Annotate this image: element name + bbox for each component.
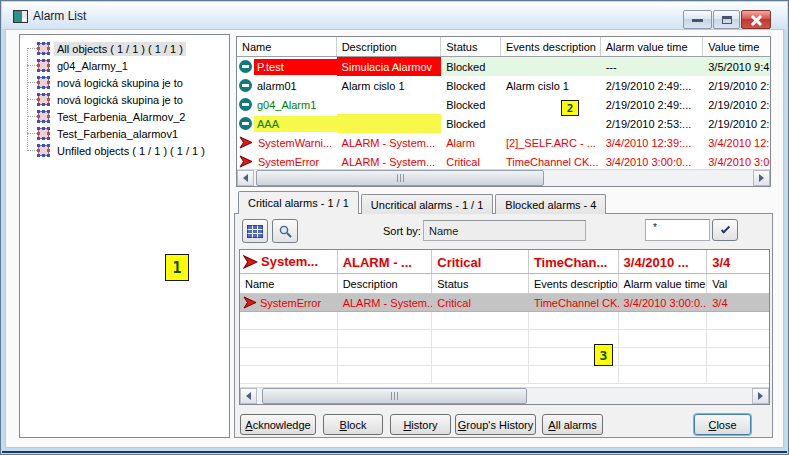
group-icon — [38, 60, 49, 71]
blocked-circle-icon — [239, 79, 252, 92]
red-alarm-flag-icon — [239, 136, 253, 149]
grip-icon — [394, 392, 395, 400]
callout-label-3: 3 — [594, 344, 613, 366]
tab-uncritical-alarms[interactable]: Uncritical alarms - 1 / 1 — [361, 194, 493, 214]
alarm-table-hscrollbar[interactable] — [237, 169, 770, 186]
arrow-right-icon — [759, 174, 764, 182]
column-header-events[interactable]: Events description — [529, 274, 619, 293]
tree-item-g04-alarmy[interactable]: g04_Alarmy_1 — [20, 57, 229, 74]
block-button[interactable]: Block — [323, 414, 383, 435]
grip-icon — [400, 174, 401, 182]
column-header-description[interactable]: Description — [338, 274, 433, 293]
empty-row — [240, 312, 769, 330]
column-header-name[interactable]: Name — [240, 274, 338, 293]
column-header-name[interactable]: Name — [237, 37, 337, 56]
column-header-status[interactable]: Status — [432, 274, 529, 293]
group-icon — [38, 111, 49, 122]
scrollbar-track[interactable] — [257, 388, 752, 404]
alarm-table-header: Name Description Status Events descripti… — [237, 37, 770, 57]
table-grid-icon — [247, 225, 263, 238]
scrollbar-thumb[interactable] — [262, 388, 527, 404]
blocked-circle-icon — [239, 117, 252, 130]
blocked-circle-icon — [239, 98, 252, 111]
alarm-list-window: Alarm List All objects ( 1 / 1 ) ( 1 / 1… — [0, 0, 789, 455]
scrollbar-thumb[interactable] — [256, 170, 544, 186]
alarm-row-aaa[interactable]: AAA Blocked 2/19/2010 2:53:... 2/19/2010… — [237, 114, 770, 133]
search-button[interactable] — [272, 219, 298, 243]
column-header-alarm-time[interactable]: Alarm value time — [601, 37, 704, 56]
tree-item-unfiled-objects[interactable]: Unfiled objects ( 1 / 1 ) ( 1 / 1 ) — [20, 142, 229, 159]
empty-row — [240, 330, 769, 348]
blocked-circle-icon — [239, 60, 252, 73]
column-header-description[interactable]: Description — [337, 37, 442, 56]
alarm-row-systemwarning[interactable]: SystemWarni... ALARM - System... Alarm [… — [237, 133, 770, 152]
tree-item-logical-group-1[interactable]: nová logická skupina je to — [20, 74, 229, 91]
scroll-right-button[interactable] — [753, 170, 770, 186]
confirm-check-icon — [720, 224, 729, 233]
maximize-button[interactable] — [713, 10, 740, 29]
sort-by-label: Sort by: — [383, 225, 421, 237]
arrow-left-icon — [246, 392, 251, 400]
critical-alarms-pane: Sort by: Name * System... ALARM - ... Cr… — [234, 213, 773, 438]
alarm-row-alarm01[interactable]: alarm01 Alarm cislo 1 Blocked Alarm cisl… — [237, 76, 770, 95]
group-icon — [38, 43, 49, 54]
empty-row — [240, 366, 769, 384]
tab-blocked-alarms[interactable]: Blocked alarms - 4 — [495, 194, 606, 214]
alarm-group-tree[interactable]: All objects ( 1 / 1 ) ( 1 / 1 ) g04_Alar… — [19, 34, 230, 438]
sort-by-field[interactable]: Name — [423, 220, 586, 241]
scroll-left-button[interactable] — [240, 388, 257, 404]
filter-input[interactable]: * — [645, 219, 710, 241]
group-icon — [38, 77, 49, 88]
column-header-alarm-time[interactable]: Alarm value time — [619, 274, 708, 293]
history-button[interactable]: History — [390, 414, 451, 435]
apply-filter-button[interactable] — [712, 219, 738, 241]
column-header-value-time[interactable]: Val — [707, 274, 769, 293]
tab-critical-alarms[interactable]: Critical alarms - 1 / 1 — [238, 191, 359, 214]
column-header-value-time[interactable]: Value time — [703, 37, 770, 56]
alarm-row-g04-alarm1[interactable]: g04_Alarm1 Blocked 2/19/2010 2:49:... 2/… — [237, 95, 770, 114]
critical-summary-row[interactable]: System... ALARM - ... Critical TimeChan.… — [240, 250, 769, 274]
red-alarm-flag-icon — [239, 155, 253, 168]
scroll-right-button[interactable] — [752, 388, 769, 404]
group-icon — [38, 128, 49, 139]
critical-table-hscrollbar[interactable] — [240, 387, 769, 404]
scrollbar-track[interactable] — [254, 170, 753, 186]
maximize-icon — [722, 16, 732, 24]
column-header-events[interactable]: Events description — [501, 37, 601, 56]
tree-item-logical-group-2[interactable]: nová logická skupina je to — [20, 91, 229, 108]
tree-item-all-objects[interactable]: All objects ( 1 / 1 ) ( 1 / 1 ) — [20, 40, 229, 57]
close-window-button[interactable] — [741, 10, 771, 29]
red-alarm-flag-icon — [243, 255, 258, 269]
critical-row-systemerror[interactable]: SystemError ALARM - System... Critical T… — [240, 294, 769, 312]
critical-alarms-table: System... ALARM - ... Critical TimeChan.… — [239, 249, 770, 405]
alarm-list-table: Name Description Status Events descripti… — [236, 36, 771, 187]
callout-label-1: 1 — [165, 254, 189, 281]
title-bar[interactable]: Alarm List — [2, 2, 787, 29]
callout-label-2: 2 — [561, 100, 579, 116]
acknowledge-button[interactable]: Acknowledge — [240, 414, 316, 435]
column-header-status[interactable]: Status — [441, 37, 501, 56]
close-button[interactable]: Close — [694, 414, 751, 435]
alarm-filter-tabs: Critical alarms - 1 / 1 Uncritical alarm… — [238, 191, 608, 214]
search-magnifier-icon — [278, 224, 293, 239]
critical-table-header: Name Description Status Events descripti… — [240, 274, 769, 294]
group-icon — [38, 94, 49, 105]
table-view-button[interactable] — [242, 219, 268, 243]
red-alarm-flag-icon — [243, 296, 257, 309]
tree-item-test-farbenia-2[interactable]: Test_Farbenia_Alarmov_2 — [20, 108, 229, 125]
scroll-left-button[interactable] — [237, 170, 254, 186]
groups-history-button[interactable]: Group's History — [455, 414, 536, 435]
all-alarms-button[interactable]: All alarms — [542, 414, 603, 435]
empty-row — [240, 348, 769, 366]
minimize-icon — [692, 19, 703, 22]
tree-item-test-farbenia-1[interactable]: Test_Farbenia_alarmov1 — [20, 125, 229, 142]
arrow-right-icon — [758, 392, 763, 400]
minimize-button[interactable] — [683, 10, 712, 29]
arrow-left-icon — [243, 174, 248, 182]
alarm-row-ptest[interactable]: P.test Simulacia Alarmov Blocked --- 3/5… — [237, 57, 770, 76]
window-title: Alarm List — [33, 9, 86, 23]
group-icon — [38, 145, 49, 156]
app-window-icon — [13, 10, 28, 23]
